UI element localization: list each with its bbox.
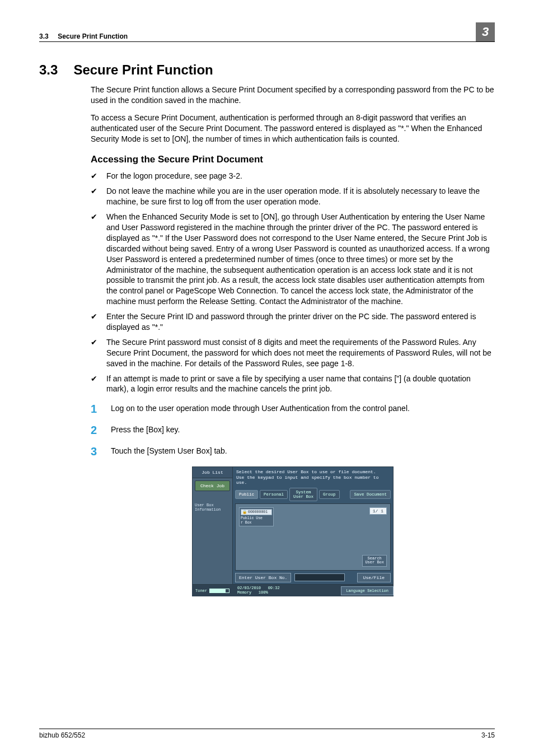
lock-icon: 🔒 (242, 510, 247, 514)
tab-personal[interactable]: Personal (260, 490, 288, 499)
tab-public[interactable]: Public (235, 490, 258, 499)
chapter-badge: 3 (476, 22, 495, 41)
status-memory-value: 100% (259, 590, 268, 595)
step-item: Log on to the user operation mode throug… (91, 403, 495, 414)
checklist-item: The Secure Print password must consist o… (91, 337, 495, 369)
intro-para-1: The Secure Print function allows a Secur… (91, 85, 495, 106)
language-selection-button[interactable]: Language Selection (341, 586, 394, 595)
userbox-number-input[interactable] (294, 573, 345, 581)
sidebar-checkjob-button[interactable]: Check Job (195, 480, 230, 491)
checklist-item: If an attempt is made to print or save a… (91, 374, 495, 395)
userbox-item[interactable]: 🔒 000000001 Public Use r Box (239, 507, 274, 526)
tab-system-user-box[interactable]: System User Box (289, 488, 317, 501)
checklist-item: When the Enhanced Security Mode is set t… (91, 212, 495, 307)
header-section-title: Secure Print Function (58, 32, 128, 40)
footer-product: bizhub 652/552 (39, 731, 85, 739)
footer-page: 3-15 (481, 731, 495, 739)
title-number: 3.3 (39, 62, 58, 78)
use-file-button[interactable]: Use/File (357, 573, 391, 582)
save-document-button[interactable]: Save Document (350, 490, 391, 499)
instruction-text: Select the desired User Box to use or fi… (233, 467, 393, 488)
checklist: For the logon procedure, see page 3-2. D… (91, 171, 495, 394)
intro-para-2: To access a Secure Print Document, authe… (91, 113, 495, 144)
sidebar-info: User Box Information (195, 503, 230, 512)
status-bar: Toner 02/03/2010 09:32 Memory 100% Langu… (192, 585, 394, 596)
search-userbox-button[interactable]: Search User Box (362, 555, 387, 567)
page-footer: bizhub 652/552 3-15 (39, 729, 495, 739)
title-text: Secure Print Function (73, 62, 213, 78)
header-section-no: 3.3 (39, 32, 49, 40)
tab-group[interactable]: Group (319, 490, 340, 499)
step-item: Touch the [System User Box] tab. (91, 446, 495, 457)
page-title: 3.3 Secure Print Function (39, 62, 495, 78)
status-memory-label: Memory (237, 590, 251, 595)
subheading: Accessing the Secure Print Document (91, 154, 495, 165)
userbox-number: 000000001 (248, 510, 268, 514)
checklist-item: Do not leave the machine while you are i… (91, 186, 495, 207)
sidebar-joblist[interactable]: Job List (193, 467, 232, 478)
device-screenshot: Job List Check Job User Box Information … (192, 466, 394, 596)
step-list: Log on to the user operation mode throug… (91, 403, 495, 456)
enter-userbox-label: Enter User Box No. (235, 573, 291, 582)
checklist-item: Enter the Secure Print ID and password t… (91, 311, 495, 333)
page-indicator: 1/ 1 (369, 507, 387, 515)
toner-label: Toner (195, 589, 207, 593)
checklist-item: For the logon procedure, see page 3-2. (91, 171, 495, 181)
step-item: Press the [Box] key. (91, 424, 495, 436)
userbox-area: 🔒 000000001 Public Use r Box 1/ 1 Search… (235, 503, 391, 571)
page-header: 3.3 Secure Print Function 3 (39, 22, 495, 42)
toner-gauge (209, 589, 229, 593)
status-time: 09:32 (268, 586, 280, 590)
userbox-name: Public Use r Box (241, 516, 272, 525)
